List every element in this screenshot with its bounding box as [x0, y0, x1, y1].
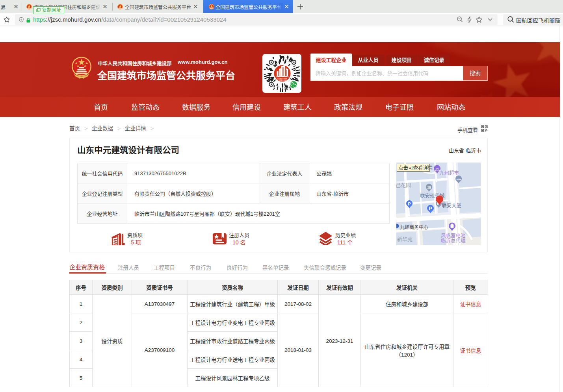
svg-text:公共服务平台: 公共服务平台	[279, 80, 286, 81]
svg-text:新华苑: 新华苑	[397, 236, 412, 242]
svg-text:P: P	[408, 202, 411, 206]
svg-text:临沂总代理: 临沂总代理	[441, 238, 466, 244]
svg-text:风帆蓄电池: 风帆蓄电池	[441, 233, 466, 239]
svg-text:P: P	[429, 206, 432, 211]
svg-text:己花园: 己花园	[396, 182, 411, 188]
svg-text:点击可查看详情: 点击可查看详情	[398, 165, 433, 171]
svg-text:九州超市: 九州超市	[439, 170, 459, 176]
svg-text:ATM: ATM	[456, 178, 461, 181]
svg-text:九峰商务中心: 九峰商务中心	[400, 224, 428, 230]
